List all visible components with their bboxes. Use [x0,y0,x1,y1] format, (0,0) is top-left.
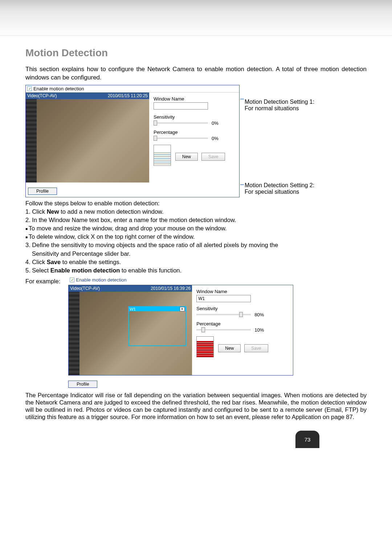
motion-window-titlebar: W1 ✕ [129,307,185,311]
top-gradient-band [0,0,392,36]
annotation-2-line2: For special situations [245,189,367,195]
save-button[interactable]: Save [201,153,225,161]
profile-button-2[interactable]: Profile [68,381,97,388]
profile-row: Profile [26,182,239,197]
enable-motion-row: ✓ Enable motion detection [26,85,239,93]
annotation-1: Motion Detection Setting 1: For normal s… [245,99,367,112]
step-1: 1. Click New to add a new motion detecti… [25,208,367,216]
step-1c: to add a new motion detection window. [59,208,164,215]
enable-motion-label-2: Enable motion detection [76,277,126,283]
motion-panel-1-wrap: ✓ Enable motion detection Video(TCP-AV) … [25,85,367,197]
sensitivity-value-2: 80% [254,312,264,317]
panel1-body: Video(TCP-AV) 2010/01/15 11:20:25 Window… [26,93,239,182]
intro-paragraph: This section explains how to configure t… [25,65,367,82]
page-number: 73 [295,431,319,448]
new-button-2[interactable]: New [218,344,241,352]
footer: 73 [25,431,367,448]
window-name-input[interactable] [154,102,208,110]
button-row-2: New Save [218,344,290,352]
video-column-2: Video(TCP-AV) 2010/01/15 16:39:26 W1 ✕ [69,285,192,375]
controls-column-2: Window Name W1 Sensitivity 80% Percentag… [192,285,293,375]
annotation-2: Motion Detection Setting 2: For special … [245,182,367,195]
percentage-value-2: 10% [254,327,264,333]
motion-panel-2: ✓ Enable motion detection Video(TCP-AV) … [68,276,293,388]
annotation-2-line1: Motion Detection Setting 2: [245,182,367,189]
window-name-label: Window Name [154,96,236,102]
close-icon[interactable]: ✕ [180,307,185,311]
annotation-1-line2: For normal situations [245,105,367,112]
annotation-connector-1 [240,99,244,99]
step-4: 4. Click Save to enable the settings. [25,258,367,266]
video-source-label-2: Video(TCP-AV) [70,286,100,291]
step-5c: to enable this function. [120,267,181,274]
percentage-value: 0% [212,136,219,141]
enable-motion-label: Enable motion detection [33,86,84,91]
sensitivity-slider-2[interactable] [196,314,251,315]
step-2a: To move and resize the window, drag and … [25,225,367,232]
steps-lead: Follow the steps below to enable motion … [25,200,367,207]
sensitivity-label-2: Sensitivity [196,306,290,311]
window-name-label-2: Window Name [196,289,290,294]
steps-block: Follow the steps below to enable motion … [25,200,367,274]
step-5b: Enable motion detection [50,267,120,274]
step-2b: To delete window, click X on the top rig… [25,233,367,241]
sensitivity-slider-row: 0% [154,120,236,126]
percentage-label: Percentage [154,130,236,135]
profile-button[interactable]: Profile [28,188,57,195]
controls-column: Window Name Sensitivity 0% Percentage 0% [149,93,239,182]
step-3b: Sensitivity and Percentage slider bar. [32,250,367,258]
annotation-1-line1: Motion Detection Setting 1: [245,99,367,105]
video-preview-2[interactable]: W1 ✕ [69,292,192,375]
video-timestamp: 2010/01/15 11:20:25 [108,93,148,98]
step-2: 2. In the Window Name text box, enter a … [25,216,367,224]
sensitivity-label: Sensitivity [154,114,236,120]
video-timestamp-2: 2010/01/15 16:39:26 [151,286,191,291]
example-wrap: For example: ✓ Enable motion detection V… [25,276,367,388]
enable-motion-checkbox-2[interactable]: ✓ [70,278,74,282]
step-5a: 5. Select [25,267,50,274]
video-header-2: Video(TCP-AV) 2010/01/15 16:39:26 [69,285,192,292]
step-5: 5. Select Enable motion detection to ena… [25,267,367,274]
panel2-main: Video(TCP-AV) 2010/01/15 16:39:26 W1 ✕ [68,285,293,376]
video-preview[interactable] [26,99,149,182]
enable-motion-checkbox[interactable]: ✓ [27,86,32,91]
annotation-connector-2 [240,184,244,185]
percentage-slider-row: 0% [154,136,236,141]
step-1b: New [47,208,59,215]
percentage-slider-row-2: 10% [196,327,290,333]
annotation-column: Motion Detection Setting 1: For normal s… [242,85,367,195]
button-row: New Save [175,153,236,161]
sensitivity-slider[interactable] [154,122,208,124]
indicator-and-buttons: New Save [154,145,236,161]
step-4c: to enable the settings. [61,259,121,265]
sensitivity-slider-row-2: 80% [196,312,290,317]
motion-panel-1: ✓ Enable motion detection Video(TCP-AV) … [25,85,240,197]
window-name-input-2[interactable]: W1 [196,295,251,302]
step-4a: 4. Click [25,259,47,265]
new-button[interactable]: New [175,153,198,161]
section-title: Motion Detection [25,47,367,59]
step-1a: 1. Click [25,208,47,215]
video-header: Video(TCP-AV) 2010/01/15 11:20:25 [26,93,149,99]
percentage-slider[interactable] [154,138,208,139]
step-3a: 3. Define the sensitivity to moving obje… [25,241,367,249]
enable-motion-row-2: ✓ Enable motion detection [68,276,293,283]
explanation-paragraph: The Percentage Indicator will rise or fa… [25,391,367,421]
indicator-box [154,145,171,166]
sensitivity-value: 0% [212,120,219,126]
video-source-label: Video(TCP-AV) [27,93,57,98]
step-4b: Save [47,259,61,265]
video-column: Video(TCP-AV) 2010/01/15 11:20:25 [26,93,149,182]
for-example-label: For example: [25,276,60,285]
indicator-and-buttons-2: New Save [196,336,290,352]
percentage-label-2: Percentage [196,321,290,327]
indicator-box-2 [196,336,214,357]
page-content: Motion Detection This section explains h… [0,36,392,459]
percentage-slider-2[interactable] [196,329,251,331]
motion-window-label: W1 [130,307,136,311]
motion-window-w1[interactable]: W1 ✕ [128,306,186,346]
save-button-2[interactable]: Save [244,344,268,352]
